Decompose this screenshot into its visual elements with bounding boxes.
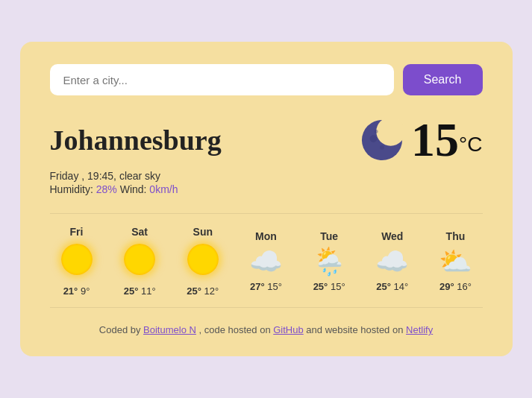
- forecast-day-label: Sun: [193, 226, 213, 238]
- city-search-input[interactable]: [50, 64, 394, 95]
- forecast-temps: 21° 9°: [63, 285, 90, 297]
- search-button[interactable]: Search: [403, 64, 483, 95]
- forecast-weather-icon: ☁️: [375, 248, 409, 275]
- forecast-weather-icon: ⛅: [439, 248, 472, 275]
- forecast-day-label: Sat: [131, 226, 148, 238]
- weather-details: Friday , 19:45, clear sky Humidity: 28% …: [50, 170, 483, 195]
- forecast-day-label: Wed: [381, 230, 403, 242]
- rain-icon: 🌦️: [313, 246, 346, 277]
- forecast-temps: 25° 14°: [376, 281, 408, 292]
- forecast-day-label: Tue: [320, 230, 338, 242]
- sun-icon: [187, 244, 219, 275]
- forecast-temps: 25° 15°: [313, 281, 345, 292]
- footer-netlify-link[interactable]: Netlify: [406, 324, 433, 335]
- footer-github-link[interactable]: GitHub: [273, 324, 303, 335]
- forecast-weather-icon: [124, 244, 155, 279]
- forecast-temps: 29° 16°: [439, 281, 472, 292]
- city-name: Johannesburg: [50, 124, 222, 157]
- footer-coded-by: Coded by: [99, 324, 143, 335]
- forecast-day-label: Mon: [255, 230, 277, 242]
- svg-point-4: [375, 130, 378, 133]
- forecast-day-label: Fri: [70, 226, 84, 238]
- forecast-row: Fri 21° 9° Sat 25° 11° Sun 25° 12° Mon ☁…: [50, 213, 483, 308]
- current-weather-icon: [360, 119, 404, 162]
- wind-value: 0km/h: [149, 183, 178, 195]
- forecast-temps: 25° 12°: [187, 285, 219, 297]
- cloud-icon: ☁️: [375, 246, 409, 277]
- footer-code-hosted: , code hosted on: [196, 324, 273, 335]
- forecast-weather-icon: [61, 244, 93, 279]
- forecast-day: Fri 21° 9°: [50, 226, 104, 297]
- footer-website-hosted: and website hosted on: [304, 324, 406, 335]
- forecast-weather-icon: 🌦️: [313, 248, 346, 275]
- footer-author-link[interactable]: Boitumelo N: [143, 324, 196, 335]
- search-row: Search: [50, 64, 483, 95]
- weather-description: Friday , 19:45, clear sky: [50, 170, 483, 182]
- main-weather-info: Johannesburg 15°C: [50, 116, 483, 164]
- forecast-temps: 27° 15°: [250, 281, 282, 292]
- forecast-day: Tue 🌦️ 25° 15°: [302, 230, 356, 292]
- footer: Coded by Boitumelo N , code hosted on Gi…: [50, 324, 483, 335]
- sun-icon: [61, 244, 93, 275]
- forecast-day: Sun 25° 12°: [176, 226, 230, 297]
- wind-label-text: Wind:: [120, 183, 147, 195]
- cloud-icon: ☁️: [249, 246, 283, 277]
- humidity-value: 28%: [96, 183, 117, 195]
- sun-icon: [124, 244, 155, 275]
- forecast-day: Thu ⛅ 29° 16°: [428, 230, 482, 292]
- temperature-display: 15°C: [411, 116, 482, 164]
- city-block: Johannesburg: [50, 124, 222, 157]
- forecast-weather-icon: [187, 244, 219, 279]
- forecast-day: Sat 25° 11°: [113, 226, 166, 297]
- forecast-day: Mon ☁️ 27° 15°: [239, 230, 292, 292]
- svg-point-3: [380, 145, 384, 150]
- humidity-label: Humidity:: [50, 183, 93, 195]
- svg-point-2: [370, 135, 378, 142]
- forecast-day: Wed ☁️ 25° 14°: [366, 230, 419, 292]
- temperature-block: 15°C: [360, 116, 482, 164]
- weather-humidity: Humidity: 28% Wind: 0km/h: [50, 183, 483, 195]
- forecast-day-label: Thu: [446, 230, 466, 242]
- sun-cloud-icon: ⛅: [439, 246, 472, 277]
- weather-card: Search Johannesburg 15°C Friday , 19:45,: [20, 42, 513, 356]
- forecast-weather-icon: ☁️: [249, 248, 283, 275]
- forecast-temps: 25° 11°: [124, 285, 156, 297]
